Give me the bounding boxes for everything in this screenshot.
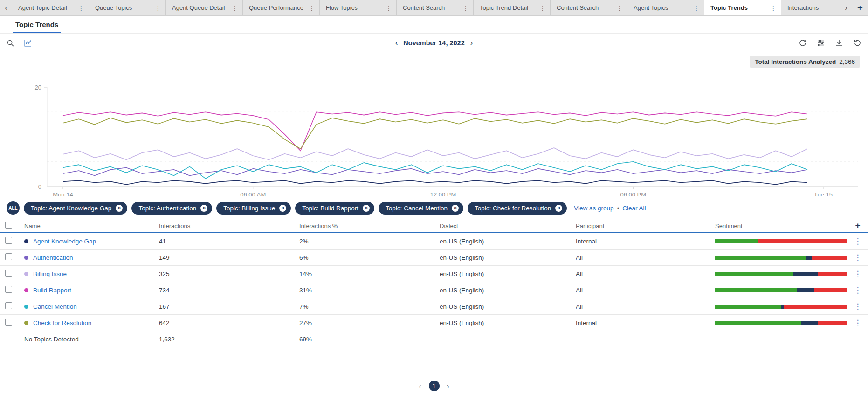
filter-chip-topic-cancel-mention[interactable]: Topic: Cancel Mention✕ (379, 202, 463, 215)
row-menu-icon[interactable]: ⋮ (854, 319, 862, 327)
column-header-sentiment[interactable]: Sentiment (715, 222, 847, 229)
total-interactions-badge: Total Interactions Analyzed2,366 (750, 56, 860, 68)
row-checkbox[interactable] (5, 253, 12, 260)
row-checkbox[interactable] (5, 319, 12, 326)
search-icon (7, 39, 14, 47)
tab-menu-icon[interactable]: ⋮ (461, 4, 470, 12)
row-menu-cell: ⋮ (847, 318, 868, 328)
row-menu-icon[interactable]: ⋮ (854, 237, 862, 246)
remove-filter-icon[interactable]: ✕ (200, 205, 207, 212)
row-checkbox[interactable] (5, 286, 12, 293)
table-header: Name Interactions Interactions % Dialect… (0, 219, 868, 233)
column-header-interactions-pct[interactable]: Interactions % (299, 222, 440, 229)
tab-menu-icon[interactable]: ⋮ (769, 4, 778, 12)
tab-menu-icon[interactable]: ⋮ (384, 4, 393, 12)
table-row: No Topics Detected1,63269%--- (0, 331, 868, 347)
row-menu-icon[interactable]: ⋮ (854, 302, 862, 311)
view-as-group-link[interactable]: View as group (574, 205, 613, 212)
tab-topic-trend-detail[interactable]: Topic Trend Detail⋮ (474, 0, 551, 15)
topic-link[interactable]: Cancel Mention (33, 303, 77, 310)
refresh-button[interactable] (798, 38, 808, 48)
reset-button[interactable] (852, 38, 862, 48)
all-filter-button[interactable]: ALL (7, 201, 20, 215)
tab-agent-topics[interactable]: Agent Topics⋮ (627, 0, 704, 15)
tab-content-search[interactable]: Content Search⋮ (397, 0, 474, 15)
previous-page-icon[interactable]: ‹ (419, 381, 421, 391)
sentiment-segment (797, 288, 814, 292)
page-number-button[interactable]: 1 (429, 381, 440, 391)
tab-interactions[interactable]: Interactions⋮ (781, 0, 840, 15)
interactions-cell: 325 (159, 270, 299, 277)
filter-settings-button[interactable] (816, 38, 826, 48)
row-menu-icon[interactable]: ⋮ (854, 286, 862, 295)
remove-filter-icon[interactable]: ✕ (116, 205, 123, 212)
tab-flow-topics[interactable]: Flow Topics⋮ (320, 0, 397, 15)
row-menu-icon[interactable]: ⋮ (854, 270, 862, 278)
topic-link[interactable]: Authentication (33, 254, 73, 261)
tab-menu-icon[interactable]: ⋮ (615, 4, 624, 12)
clear-all-link[interactable]: Clear All (622, 205, 646, 212)
filter-chip-topic-build-rapport[interactable]: Topic: Build Rapport✕ (295, 202, 374, 215)
remove-filter-icon[interactable]: ✕ (363, 205, 370, 212)
filter-chip-topic-agent-knowledge-gap[interactable]: Topic: Agent Knowledge Gap✕ (24, 202, 127, 215)
line-chart[interactable]: 200Mon 1406:00 AM12:00 PM06:00 PMTue 15 (0, 68, 868, 196)
date-label[interactable]: November 14, 2022 (403, 39, 464, 47)
tab-menu-icon[interactable]: ⋮ (76, 4, 86, 12)
tab-menu-icon[interactable]: ⋮ (153, 4, 163, 12)
svg-text:06:00 AM: 06:00 AM (240, 191, 266, 196)
column-header-dialect[interactable]: Dialect (440, 222, 576, 229)
row-checkbox[interactable] (5, 237, 12, 244)
topic-link[interactable]: Agent Knowledge Gap (33, 238, 96, 245)
remove-filter-icon[interactable]: ✕ (452, 205, 459, 212)
next-page-icon[interactable]: › (447, 381, 449, 391)
search-button[interactable] (6, 38, 15, 48)
interactions-pct-cell: 69% (299, 336, 440, 343)
total-interactions-value: 2,366 (839, 58, 855, 65)
tab-menu-icon[interactable]: ⋮ (307, 4, 317, 12)
filter-chip-label: Topic: Authentication (138, 205, 196, 212)
column-header-participant[interactable]: Participant (576, 222, 715, 229)
tab-label: Topic Trend Detail (480, 4, 528, 11)
tab-agent-topic-detail[interactable]: Agent Topic Detail⋮ (12, 0, 89, 15)
sentiment-cell (715, 305, 847, 309)
tab-menu-icon[interactable]: ⋮ (692, 4, 701, 12)
remove-filter-icon[interactable]: ✕ (555, 205, 562, 212)
filter-chip-topic-check-for-resolution[interactable]: Topic: Check for Resolution✕ (468, 202, 567, 215)
topic-link[interactable]: Billing Issue (33, 270, 67, 277)
row-menu-icon[interactable]: ⋮ (854, 253, 862, 262)
topic-link[interactable]: Check for Resolution (33, 319, 91, 326)
chart-view-button[interactable] (23, 38, 33, 48)
participant-cell: All (576, 303, 715, 310)
tab-agent-queue-detail[interactable]: Agent Queue Detail⋮ (166, 0, 243, 15)
sentiment-segment (784, 305, 847, 309)
column-header-interactions[interactable]: Interactions (159, 222, 299, 229)
participant-cell: Internal (576, 319, 715, 326)
tab-topic-trends[interactable]: Topic Trends⋮ (704, 0, 781, 15)
row-menu-cell: ⋮ (847, 269, 868, 279)
tabs-scroll-right-icon[interactable]: › (840, 0, 852, 15)
total-interactions-label: Total Interactions Analyzed (755, 58, 836, 65)
add-tab-button[interactable]: + (852, 0, 868, 15)
filter-chip-topic-authentication[interactable]: Topic: Authentication✕ (131, 202, 212, 215)
tab-queue-topics[interactable]: Queue Topics⋮ (89, 0, 166, 15)
topic-name-cell: Cancel Mention (21, 303, 159, 310)
column-header-name[interactable]: Name (21, 222, 159, 229)
tab-menu-icon[interactable]: ⋮ (230, 4, 240, 12)
remove-filter-icon[interactable]: ✕ (279, 205, 286, 212)
tab-menu-icon[interactable]: ⋮ (538, 4, 547, 12)
previous-day-button[interactable]: ‹ (395, 38, 398, 48)
link-separator: • (617, 205, 620, 212)
select-all-checkbox[interactable] (5, 222, 12, 229)
row-checkbox[interactable] (5, 302, 12, 309)
export-button[interactable] (834, 38, 844, 48)
topic-link[interactable]: Build Rapport (33, 287, 71, 294)
tabs-scroll-left-icon[interactable]: ‹ (0, 0, 12, 15)
tab-content-search[interactable]: Content Search⋮ (551, 0, 627, 15)
row-checkbox[interactable] (5, 270, 12, 277)
filter-chip-topic-billing-issue[interactable]: Topic: Billing Issue✕ (216, 202, 291, 215)
tab-queue-performance[interactable]: Queue Performance⋮ (243, 0, 320, 15)
filter-chips: Topic: Agent Knowledge Gap✕Topic: Authen… (24, 202, 567, 215)
add-column-icon[interactable]: + (855, 221, 860, 230)
topic-color-dot (24, 239, 28, 243)
subtab-topic-trends[interactable]: Topic Trends (13, 16, 61, 33)
